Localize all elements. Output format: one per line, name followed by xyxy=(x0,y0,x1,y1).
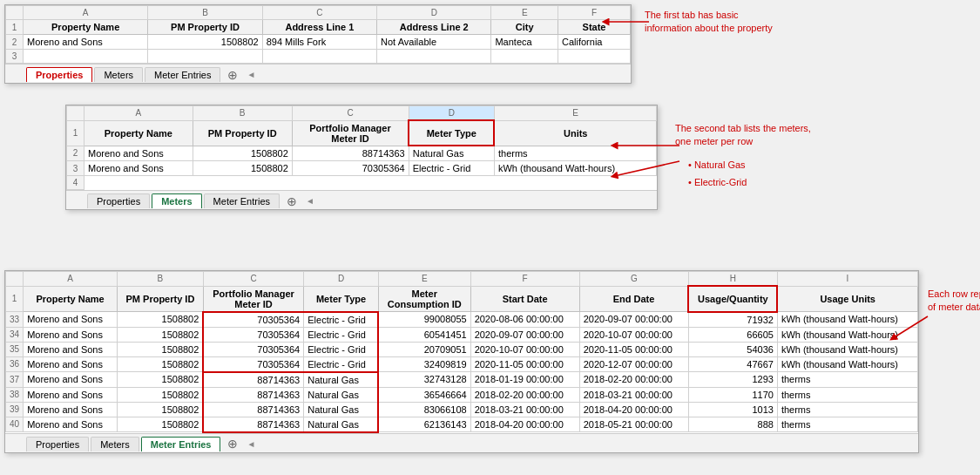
arrow-top xyxy=(601,4,653,39)
col-bf: F xyxy=(470,272,579,287)
cell-b3 xyxy=(148,50,262,64)
bheader-units: Usage Units xyxy=(777,286,917,312)
bullet-electric-grid: Electric-Grid xyxy=(688,174,747,192)
bheader-startdate: Start Date xyxy=(470,286,579,312)
cell-me2: therms xyxy=(494,146,656,161)
row-33: 33 xyxy=(6,312,24,328)
col-me: E xyxy=(494,106,656,121)
tab-meters-top[interactable]: Meters xyxy=(94,67,143,82)
tab-meters-mid[interactable]: Meters xyxy=(152,193,201,208)
col-d: D xyxy=(377,6,491,20)
middle-spreadsheet: A B C D E 1 Property Name PM Property ID… xyxy=(65,105,658,210)
bheader-pmid: PM Property ID xyxy=(117,286,203,312)
col-b: B xyxy=(148,6,262,20)
cell-a3 xyxy=(24,50,148,64)
row-m2: 2 xyxy=(67,146,84,161)
cell-me3: kWh (thousand Watt-hours) xyxy=(494,161,656,176)
row-2: 2 xyxy=(6,35,24,50)
row-m1: 1 xyxy=(67,120,84,146)
bheader-metertype: Meter Type xyxy=(304,286,379,312)
row-b1: 1 xyxy=(6,286,24,312)
mheader-pm-id: PM Property ID xyxy=(193,120,292,146)
col-ba: A xyxy=(24,272,118,287)
cell-mb2: 1508802 xyxy=(193,146,292,161)
cell-b2: 1508802 xyxy=(148,35,262,50)
tab-add-mid[interactable]: ⊕ xyxy=(281,194,302,208)
header-property-name: Property Name xyxy=(24,20,148,35)
header-pm-id: PM Property ID xyxy=(148,20,262,35)
cell-ma2: Moreno and Sons xyxy=(84,146,193,161)
tab-meters-bot[interactable]: Meters xyxy=(91,437,139,451)
header-city: City xyxy=(491,20,558,35)
arrow-bottom xyxy=(889,312,897,321)
cell-mb3: 1508802 xyxy=(193,161,292,176)
table-row: 36 Moreno and Sons 1508802 70305364 Elec… xyxy=(6,356,918,372)
row-37: 37 xyxy=(6,372,24,388)
tab-properties-mid[interactable]: Properties xyxy=(87,193,150,208)
cell-e2: Manteca xyxy=(491,35,558,50)
tab-meterentries-mid[interactable]: Meter Entries xyxy=(204,193,280,208)
header-address1: Address Line 1 xyxy=(262,20,376,35)
top-table: A B C D E F 1 Property Name PM Property … xyxy=(5,5,631,64)
row-1: 1 xyxy=(6,20,24,35)
corner-cell-b xyxy=(6,272,24,287)
table-row: 35 Moreno and Sons 1508802 70305364 Elec… xyxy=(6,342,918,356)
row-3: 3 xyxy=(6,50,24,64)
mheader-portfolio-id: Portfolio ManagerMeter ID xyxy=(292,120,409,146)
cell-mc2: 88714363 xyxy=(292,146,409,161)
col-bd: D xyxy=(304,272,379,287)
top-spreadsheet: A B C D E F 1 Property Name PM Property … xyxy=(4,4,632,84)
bheader-property: Property Name xyxy=(24,286,118,312)
bottom-tab-bar: Properties Meters Meter Entries ⊕ ◄ xyxy=(5,433,918,452)
cell-md3: Electric - Grid xyxy=(409,161,494,176)
tab-meterentries-bot[interactable]: Meter Entries xyxy=(141,437,221,451)
bheader-consumption: MeterConsumption ID xyxy=(378,286,470,312)
row-34: 34 xyxy=(6,327,24,342)
cell-d2: Not Available xyxy=(377,35,491,50)
table-row: 37 Moreno and Sons 1508802 88714363 Natu… xyxy=(6,372,918,388)
bheader-enddate: End Date xyxy=(579,286,688,312)
annotation-middle: The second tab lists the meters,one mete… xyxy=(675,122,867,149)
top-tab-bar: Properties Meters Meter Entries ⊕ ◄ xyxy=(5,64,631,83)
bottom-spreadsheet: A B C D E F G H I 1 Property Name PM Pro… xyxy=(4,270,919,453)
col-mb: B xyxy=(193,106,292,121)
table-row: 33 Moreno and Sons 1508802 70305364 Elec… xyxy=(6,312,918,328)
cell-md2: Natural Gas xyxy=(409,146,494,161)
col-bb: B xyxy=(117,272,203,287)
annotation-bottom: Each row represents a monthof meter data… xyxy=(928,288,980,315)
header-address2: Address Line 2 xyxy=(377,20,491,35)
table-row: 34 Moreno and Sons 1508802 70305364 Elec… xyxy=(6,327,918,342)
col-ma: A xyxy=(84,106,193,121)
row-38: 38 xyxy=(6,387,24,402)
middle-table: A B C D E 1 Property Name PM Property ID… xyxy=(66,105,657,190)
col-e: E xyxy=(491,6,558,20)
tab-add-bot[interactable]: ⊕ xyxy=(222,437,243,451)
col-mc: C xyxy=(292,106,409,121)
corner-cell-m xyxy=(67,106,84,121)
tab-properties-bot[interactable]: Properties xyxy=(26,437,89,451)
bheader-usage: Usage/Quantity xyxy=(688,286,777,312)
table-row: 38 Moreno and Sons 1508802 88714363 Natu… xyxy=(6,387,918,402)
cell-c2: 894 Mills Fork xyxy=(262,35,376,50)
col-be: E xyxy=(378,272,470,287)
col-c: C xyxy=(262,6,376,20)
col-bi: I xyxy=(777,272,917,287)
table-row: 40 Moreno and Sons 1508802 88714363 Natu… xyxy=(6,417,918,432)
bheader-portfolio: Portfolio ManagerMeter ID xyxy=(203,286,303,312)
row-40: 40 xyxy=(6,417,24,432)
tab-meterentries-top[interactable]: Meter Entries xyxy=(145,67,220,82)
row-m4: 4 xyxy=(67,176,84,190)
row-35: 35 xyxy=(6,342,24,356)
row-36: 36 xyxy=(6,356,24,372)
row-39: 39 xyxy=(6,402,24,417)
tab-add-top[interactable]: ⊕ xyxy=(222,68,243,82)
cell-d3 xyxy=(377,50,491,64)
arrow-mid-gas xyxy=(610,187,618,196)
annotation-top: The first tab has basicinformation about… xyxy=(645,9,836,36)
col-bc: C xyxy=(203,272,303,287)
tab-properties-top[interactable]: Properties xyxy=(26,67,92,82)
col-bg: G xyxy=(579,272,688,287)
cell-f3 xyxy=(558,50,631,64)
annotation-middle-bullets: Natural Gas Electric-Grid xyxy=(688,157,747,192)
col-md: D xyxy=(409,106,494,121)
